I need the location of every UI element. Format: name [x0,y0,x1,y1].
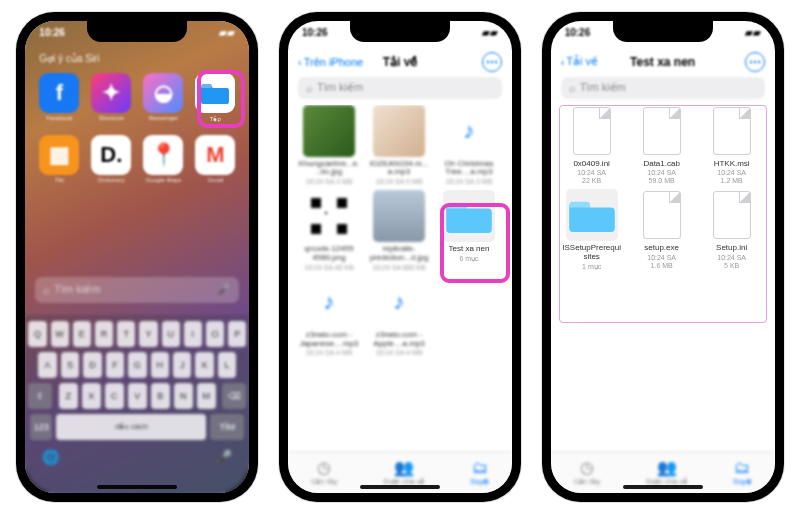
key-d[interactable]: d [83,352,101,378]
app-icon-glyph: ✦ [91,73,131,113]
shift-key[interactable]: ⇧ [28,383,52,409]
space-key[interactable]: dấu cách [56,414,206,440]
search-icon: ⌕ [43,284,50,296]
file-item[interactable]: qrcode-12455 4580.png10:24 SA 40 KB [296,190,362,272]
notch [613,20,713,42]
file-item[interactable]: 0x0409.ini10:24 SA 22 KB [559,105,625,186]
search-placeholder: Tìm kiếm [317,81,363,94]
file-item[interactable]: replicate-prediction...d.jpg10:24 SA 800… [366,190,432,272]
app-gmail[interactable]: MGmail [193,135,237,191]
file-item[interactable]: ♪z3nato.com - Apple....a.mp310:24 SA 4 M… [366,276,432,358]
file-item[interactable]: ISSetupPrerequisites1 mục [559,189,625,271]
back-label: Trên iPhone [304,56,364,68]
key-s[interactable]: s [61,352,79,378]
key-e[interactable]: e [73,321,91,347]
notch [87,20,187,42]
file-meta: 10:24 SA 22 KB [577,169,606,185]
tab-shared[interactable]: 👥Được chia sẻ [646,458,687,486]
key-k[interactable]: k [195,352,213,378]
file-meta: 10:24 SA 40 KB [304,264,353,272]
files-search[interactable]: ⌕ Tìm kiếm [561,77,765,99]
file-name: 0x0409.ini [573,160,609,169]
status-time: 10:26 [39,27,65,38]
mic-icon[interactable]: 🎤 [217,283,231,296]
app-dictionary[interactable]: D.Dictionary [89,135,133,191]
search-placeholder: Tìm kiếm [580,81,626,94]
files-grid[interactable]: 0x0409.ini10:24 SA 22 KBData1.cab10:24 S… [559,105,767,433]
back-button[interactable]: ‹ Tải về [561,55,598,68]
key-x[interactable]: x [82,383,101,409]
key-v[interactable]: v [128,383,147,409]
file-item[interactable]: IOZEAN194.m...a.mp310:24 SA 5 MB [366,105,432,187]
app-tiki[interactable]: ▦Tiki [37,135,81,191]
back-button[interactable]: ‹ Trên iPhone [298,56,363,68]
home-indicator[interactable] [360,485,440,489]
status-battery-icon: ▰▰ [745,27,761,38]
key-l[interactable]: l [218,352,236,378]
app-label: Facebook [46,115,72,121]
more-button[interactable]: ⋯ [745,52,765,72]
app-icon-glyph: f [39,73,79,113]
img1-icon [303,105,355,157]
key-f[interactable]: f [106,352,124,378]
tab-shared[interactable]: 👥Được chia sẻ [384,458,425,486]
key-c[interactable]: c [105,383,124,409]
key-q[interactable]: q [28,321,46,347]
key-r[interactable]: r [95,321,113,347]
key-m[interactable]: m [197,383,216,409]
file-meta: 10:24 SA 800 KB [372,264,425,272]
file-item[interactable]: Setup.ini10:24 SA 5 KB [699,189,765,271]
file-item[interactable]: ♪Oh Christmas Tree....a.mp310:24 SA 3 MB [436,105,502,187]
more-button[interactable]: ⋯ [482,52,502,72]
dictation-icon[interactable]: 🎤 [215,449,232,465]
file-name: HTKK.msi [714,160,750,169]
folder-icon: 🗂 [472,459,488,477]
file-item[interactable]: setup.exe10:24 SA 1.6 MB [629,189,695,271]
tab-browse[interactable]: 🗂Duyệt [471,459,489,486]
key-y[interactable]: y [139,321,157,347]
key-t[interactable]: t [117,321,135,347]
key-z[interactable]: z [59,383,78,409]
doc-icon [706,105,758,157]
app-facebook[interactable]: fFacebook [37,73,81,129]
file-item[interactable]: HTKK.msi10:24 SA 1.2 MB [699,105,765,186]
app-messenger[interactable]: ◒Messenger [141,73,185,129]
files-screen-downloads: 10:26 ▰▰ ‹ Trên iPhone Tải về ⋯ ⌕ Tìm ki… [288,21,512,493]
tab-browse[interactable]: 🗂Duyệt [733,459,751,486]
tab-recent[interactable]: ◷Gần đây [574,458,601,486]
delete-key[interactable]: ⌫ [222,383,246,409]
key-w[interactable]: w [51,321,69,347]
search-icon: ⌕ [306,82,313,94]
key-i[interactable]: i [184,321,202,347]
numbers-key[interactable]: 123 [30,414,52,440]
app-google-maps[interactable]: 📍Google Maps [141,135,185,191]
key-h[interactable]: h [151,352,169,378]
tab-recent[interactable]: ◷Gần đây [311,458,338,486]
home-indicator[interactable] [623,485,703,489]
file-item[interactable]: Khungcanhre...e...do.jpg10:24 SA 2 MB [296,105,362,187]
keyboard[interactable]: qwertyuiop asdfghjkl ⇧ zxcvbnm ⌫ 123 dấu… [25,315,249,493]
key-g[interactable]: g [128,352,146,378]
key-u[interactable]: u [162,321,180,347]
files-search[interactable]: ⌕ Tìm kiếm [298,77,502,99]
key-p[interactable]: p [228,321,246,347]
spotlight-search[interactable]: ⌕ Tìm kiếm 🎤 [35,277,239,303]
key-o[interactable]: o [206,321,224,347]
key-b[interactable]: b [151,383,170,409]
file-meta: 10:24 SA 1.6 MB [647,254,676,270]
home-indicator[interactable] [97,485,177,489]
key-n[interactable]: n [174,383,193,409]
globe-icon[interactable]: 🌐 [42,449,59,465]
file-meta: 10:24 SA 59.0 MB [647,169,676,185]
shared-icon: 👥 [394,458,414,477]
return-key[interactable]: tìm [210,414,244,440]
key-j[interactable]: j [173,352,191,378]
chevron-left-icon: ‹ [298,56,302,68]
key-a[interactable]: a [38,352,56,378]
file-item[interactable]: Data1.cab10:24 SA 59.0 MB [629,105,695,186]
file-item[interactable]: ♪z3nato.com - Japanese....mp310:24 SA 4 … [296,276,362,358]
app-shortcuts[interactable]: ✦Shortcuts [89,73,133,129]
ellipsis-icon: ⋯ [749,55,761,69]
file-name: Oh Christmas Tree....a.mp3 [438,160,500,178]
file-name: ISSetupPrerequisites [561,244,623,262]
